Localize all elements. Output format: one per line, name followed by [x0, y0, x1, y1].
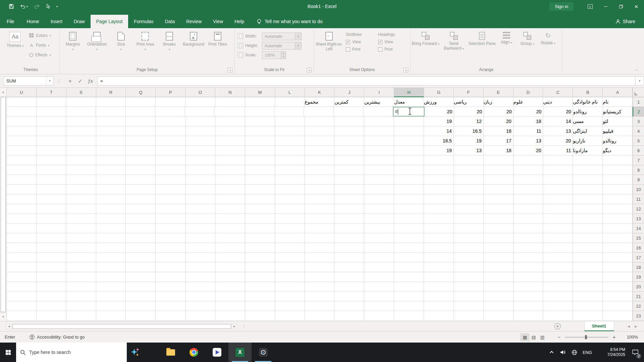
cell-O8[interactable] — [185, 165, 215, 175]
row-header-9[interactable]: 9 — [633, 175, 644, 185]
cell-I16[interactable] — [364, 243, 394, 253]
cell-C1[interactable]: دینی — [543, 97, 573, 107]
formula-bar-grip[interactable]: ⋮ — [57, 78, 62, 83]
cell-S21[interactable] — [66, 292, 96, 301]
cell-R23[interactable] — [96, 311, 126, 321]
cell-L8[interactable] — [275, 165, 305, 175]
cell-L9[interactable] — [275, 175, 305, 185]
cell-S11[interactable] — [66, 194, 96, 204]
cell-A18[interactable] — [603, 262, 633, 272]
cell-G19[interactable] — [424, 272, 454, 282]
cell-F4[interactable]: 16.5 — [454, 126, 484, 136]
row-header-8[interactable]: 8 — [633, 165, 644, 175]
cell-O19[interactable] — [185, 272, 215, 282]
cell-Q3[interactable] — [126, 117, 156, 126]
cell-H14[interactable] — [394, 224, 424, 233]
close-button[interactable]: × — [629, 0, 644, 13]
cell-J2[interactable] — [334, 107, 364, 117]
cell-L19[interactable] — [275, 272, 305, 282]
cell-O11[interactable] — [185, 194, 215, 204]
cell-A14[interactable] — [603, 224, 633, 233]
horizontal-scroll-track[interactable] — [12, 324, 231, 329]
cell-I14[interactable] — [364, 224, 394, 233]
page-layout-view-button[interactable]: ▤ — [529, 334, 538, 341]
cell-B6[interactable]: مارادونا — [573, 146, 603, 156]
cell-D7[interactable] — [514, 156, 543, 165]
cell-P4[interactable] — [156, 126, 185, 136]
cell-U2[interactable] — [7, 107, 37, 117]
cell-I1[interactable]: بیشترین — [364, 97, 394, 107]
column-header-R[interactable]: R — [96, 88, 126, 97]
cell-Q16[interactable] — [126, 243, 156, 253]
cancel-button[interactable]: × — [65, 76, 75, 85]
cell-A9[interactable] — [603, 175, 633, 185]
zoom-in-button[interactable]: + — [610, 334, 618, 340]
cell-K6[interactable] — [305, 146, 335, 156]
scroll-right-icon[interactable]: ▶ — [231, 324, 237, 329]
cell-S2[interactable] — [66, 107, 96, 117]
print-area-button[interactable]: Print Area▾ — [133, 29, 157, 66]
cell-J8[interactable] — [334, 165, 364, 175]
cell-F20[interactable] — [454, 282, 484, 292]
cell-M16[interactable] — [245, 243, 275, 253]
cell-T10[interactable] — [37, 185, 66, 194]
column-header-K[interactable]: K — [305, 88, 335, 97]
cell-G3[interactable]: 19 — [424, 117, 454, 126]
row-header-19[interactable]: 19 — [633, 272, 644, 282]
cell-J7[interactable] — [334, 156, 364, 165]
cell-I7[interactable] — [364, 156, 394, 165]
cell-P21[interactable] — [156, 292, 185, 301]
cell-M2[interactable] — [245, 107, 274, 117]
cell-I18[interactable] — [364, 262, 394, 272]
cell-G9[interactable] — [424, 175, 454, 185]
cell-S15[interactable] — [66, 233, 96, 243]
cell-S14[interactable] — [66, 224, 96, 233]
cell-B4[interactable]: اینزاگی — [573, 126, 603, 136]
cell-N21[interactable] — [215, 292, 245, 301]
cell-D12[interactable] — [514, 204, 543, 214]
tab-file[interactable]: File — [0, 15, 21, 28]
cell-U19[interactable] — [7, 272, 37, 282]
cell-P7[interactable] — [156, 156, 185, 165]
cell-F23[interactable] — [454, 311, 484, 321]
cell-D18[interactable] — [514, 262, 543, 272]
cell-G6[interactable]: 19 — [424, 146, 454, 156]
cell-B23[interactable] — [573, 311, 603, 321]
cell-U14[interactable] — [7, 224, 37, 233]
cell-B11[interactable] — [573, 194, 603, 204]
cell-S18[interactable] — [66, 262, 96, 272]
cell-E15[interactable] — [484, 233, 514, 243]
row-header-18[interactable]: 18 — [633, 262, 644, 272]
cell-R4[interactable] — [96, 126, 126, 136]
theme-fonts-button[interactable]: AFonts▾ — [27, 41, 53, 49]
cell-T13[interactable] — [37, 214, 66, 224]
cell-A17[interactable] — [603, 253, 633, 262]
bring-forward-button[interactable]: Bring Forward ▾ — [412, 29, 440, 66]
cell-B7[interactable] — [573, 156, 603, 165]
cell-U7[interactable] — [7, 156, 37, 165]
sheet-right-to-left-button[interactable]: Sheet Right-to-Left — [315, 29, 343, 66]
cell-S23[interactable] — [66, 311, 96, 321]
page-break-view-button[interactable]: ▥ — [538, 334, 547, 341]
tab-data[interactable]: Data — [159, 15, 181, 28]
cell-M19[interactable] — [245, 272, 275, 282]
cell-O22[interactable] — [185, 301, 215, 311]
cell-R11[interactable] — [96, 194, 126, 204]
cell-M14[interactable] — [245, 224, 275, 233]
cell-O5[interactable] — [185, 136, 215, 146]
cell-D23[interactable] — [514, 311, 543, 321]
cell-G2[interactable]: 20 — [425, 107, 454, 117]
cell-T19[interactable] — [37, 272, 66, 282]
cell-J18[interactable] — [334, 262, 364, 272]
cell-C18[interactable] — [543, 262, 573, 272]
cell-H6[interactable] — [394, 146, 424, 156]
cell-T20[interactable] — [37, 282, 66, 292]
cell-G12[interactable] — [424, 204, 454, 214]
column-header-O[interactable]: O — [185, 88, 215, 97]
cell-I20[interactable] — [364, 282, 394, 292]
cell-G5[interactable]: 18.5 — [424, 136, 454, 146]
cell-G8[interactable] — [424, 165, 454, 175]
cell-R12[interactable] — [96, 204, 126, 214]
cell-Q10[interactable] — [126, 185, 156, 194]
row-header-21[interactable]: 21 — [633, 292, 644, 301]
